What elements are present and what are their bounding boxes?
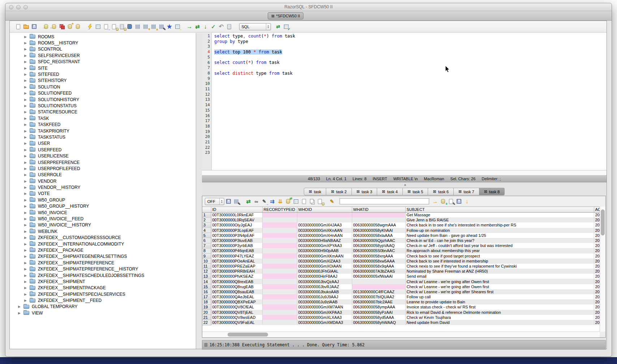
table-row-22[interactable]: 2200T3000000QV9FaEAL0033000000GmXMDAA300… (202, 320, 600, 325)
view-log-icon[interactable] (226, 23, 232, 30)
cell-id[interactable]: 00T3000000PREZaEAP (211, 264, 262, 269)
tree-item-solution[interactable]: ▶SOLUTION (10, 84, 196, 90)
save-icon[interactable] (31, 23, 37, 30)
cell-ac[interactable]: 200 (594, 294, 600, 299)
table-row-1[interactable]: 100T3000000L0RknEAFGet Massage200 (202, 212, 600, 217)
tree-item-vote[interactable]: ▶VOTE (10, 191, 196, 197)
sql-code-area[interactable]: select type, count(*) from taskgroup by … (212, 33, 607, 170)
disclosure-triangle-icon[interactable]: ▶ (24, 267, 29, 271)
cell-id[interactable]: 00T3000000L0RknEAF (211, 212, 262, 217)
tree-item-zkfedex-shipmategeneralsettings[interactable]: ▶ZKFEDEX__SHIPMATEGENERALSETTINGS (10, 254, 196, 260)
tree-item-taskpriority[interactable]: ▶TASKPRIORITY (10, 128, 196, 134)
disclosure-triangle-icon[interactable]: ▶ (24, 135, 29, 139)
row-number[interactable]: 7 (202, 243, 211, 248)
tree-item-zkfedex-shipmatepreference[interactable]: ▶ZKFEDEX__SHIPMATEPREFERENCE (10, 260, 196, 266)
cell-whatid[interactable]: 006300000058xrqAAA (352, 254, 405, 259)
execute-sql-icon[interactable] (87, 23, 93, 30)
cell-recordtypeid[interactable] (262, 310, 297, 315)
row-number[interactable]: 11 (202, 264, 211, 269)
cell-whatid[interactable]: 006300000058yd5AAA (352, 315, 405, 320)
result-tab-task-3[interactable]: ⊠task 3 (352, 188, 377, 195)
new-file-icon[interactable] (15, 23, 21, 30)
cell-subject[interactable]: Check back in to see if she's interested… (405, 222, 594, 228)
disclosure-triangle-icon[interactable]: ▶ (24, 230, 29, 233)
cell-whoid[interactable] (297, 212, 352, 217)
cell-recordtypeid[interactable] (262, 320, 297, 325)
tree-item-solutionstatus[interactable]: ▶SOLUTIONSTATUS (10, 103, 196, 109)
table-editor-icon[interactable]: → (174, 23, 181, 30)
fetch-icon[interactable]: ↓ (202, 23, 208, 30)
code-line-10[interactable] (214, 81, 607, 87)
horizontal-scroll-thumb[interactable] (228, 333, 268, 337)
cell-whoid[interactable]: 0033000000JbukoAAB (297, 289, 352, 294)
code-line-7[interactable] (214, 65, 607, 71)
code-line-19[interactable] (214, 129, 607, 134)
database-icon[interactable] (75, 23, 81, 30)
cell-whoid[interactable]: 0033000000GmXLXAA3 (297, 315, 352, 320)
download-lob-icon[interactable]: ↓ (464, 198, 470, 204)
cell-id[interactable]: 00T3000000QV9FaEAL (211, 320, 262, 325)
cell-subject[interactable]: Leanne to provide update to Bain (405, 299, 594, 304)
tree-item-weblink[interactable]: ▶WEBLINK (10, 228, 196, 234)
column-header-ac[interactable]: AC (594, 207, 600, 212)
result-tab-task-5[interactable]: ⊠task 5 (403, 188, 428, 195)
close-result-tab-icon[interactable]: ⊠ (458, 189, 462, 194)
tree-item-zkfedex-shipmatepreference-history[interactable]: ▶ZKFEDEX__SHIPMATEPREFERENCE__HISTORY (10, 266, 196, 272)
cell-whatid[interactable] (352, 284, 405, 289)
results-window-icon[interactable]: ✓ (283, 23, 289, 30)
result-tab-task-7[interactable]: ⊠task 7 (454, 188, 479, 195)
close-tab-icon[interactable]: ⊠ (271, 14, 275, 18)
column-header-recordtypeid[interactable]: RECORDTYPEID (262, 207, 297, 212)
move-up-icon[interactable]: ▴ (151, 23, 157, 30)
tree-item-solutionfeed[interactable]: ▶SOLUTIONFEED (10, 90, 196, 96)
insert-row-icon[interactable]: + (440, 198, 446, 204)
close-result-tab-icon[interactable]: ⊠ (382, 189, 385, 194)
cell-whoid[interactable]: 0033000000GmXM7AAN (297, 304, 352, 309)
column-header-id[interactable]: ID (211, 207, 262, 212)
cell-ac[interactable]: 200 (594, 289, 600, 294)
column-header-whatid[interactable]: WHATID (352, 207, 405, 212)
disclosure-triangle-icon[interactable]: ▶ (24, 179, 29, 183)
cell-whatid[interactable]: 006300000058ympAAA (352, 304, 405, 309)
close-result-tab-icon[interactable]: ⊠ (357, 189, 360, 194)
results-horizontal-scrollbar[interactable] (202, 332, 600, 337)
disclosure-triangle-icon[interactable]: ▶ (24, 211, 29, 214)
disclosure-triangle-icon[interactable]: ▶ (24, 223, 29, 227)
commit-icon[interactable] (59, 23, 65, 30)
find-next-icon[interactable]: → (432, 198, 438, 204)
cell-recordtypeid[interactable] (262, 315, 297, 320)
table-row-9[interactable]: 900T3000000P47LYEAZ0033000000GmXKmAAN006… (202, 254, 600, 259)
database-object-tree[interactable]: ▶ROOMS▶ROOMS__HISTORY▶SCONTROL▶SELFSERVI… (10, 33, 196, 349)
cell-ac[interactable]: 200 (594, 264, 600, 269)
tree-item-zkfedex-shipment[interactable]: ▶ZKFEDEX__SHIPMENT (10, 278, 196, 285)
tree-item-staticresource[interactable]: ▶STATICRESOURCE (10, 109, 196, 115)
table-row-10[interactable]: 1000T3000000POeAnEAL0033000000GmXIZAA300… (202, 259, 600, 264)
code-line-23[interactable] (214, 150, 607, 156)
tree-item-w50-invoice-feed[interactable]: ▶W50_INVOICE__FEED (10, 216, 196, 222)
cell-ac[interactable]: 200 (594, 299, 600, 304)
tree-item-selfserviceuser[interactable]: ▶SELFSERVICEUSER (10, 52, 196, 58)
column-header-whoid[interactable]: WHOID (297, 207, 352, 212)
table-row-16[interactable]: 1600T3000000Q8sauEAB0033000000JbukoAAB00… (202, 289, 600, 294)
table-row-21[interactable]: 2100T3000000QV8wsEAD0033000000GmXLXAA300… (202, 315, 600, 320)
tree-item-zkfedex-shipmentpackage[interactable]: ▶ZKFEDEX__SHIPMENTPACKAGE (10, 285, 196, 291)
cell-id[interactable]: 00T3000000L0RqSEAV (211, 217, 262, 222)
code-line-18[interactable] (214, 124, 607, 129)
cell-subject[interactable]: Check back to see if interested in membe… (405, 259, 594, 264)
form-view-icon[interactable] (301, 198, 307, 204)
cell-whatid[interactable] (352, 212, 405, 217)
cell-subject[interactable]: Need update from David (405, 320, 594, 325)
documentation-icon[interactable] (127, 23, 133, 30)
cell-id[interactable]: 00T3000000QAeJbEAL (211, 294, 262, 299)
row-limit-select[interactable]: OFF▲▼ (205, 198, 224, 205)
cell-subject[interactable]: Check w/ Leanne - we're going after Owen… (405, 284, 594, 289)
code-line-3[interactable] (214, 44, 607, 49)
tree-item-task[interactable]: ▶TASK (10, 115, 196, 121)
code-line-21[interactable] (214, 140, 607, 145)
close-result-tab-icon[interactable]: ⊠ (407, 189, 411, 194)
cell-ac[interactable]: 200 (594, 274, 600, 279)
tree-item-zkfedex-shipmentspecialservices[interactable]: ▶ZKFEDEX__SHIPMENTSPECIALSERVICES (10, 291, 196, 297)
cell-ac[interactable]: 200 (594, 269, 600, 274)
cell-whoid[interactable]: 0033000000JbvQzAAJ (297, 279, 352, 284)
cell-recordtypeid[interactable] (262, 279, 297, 284)
